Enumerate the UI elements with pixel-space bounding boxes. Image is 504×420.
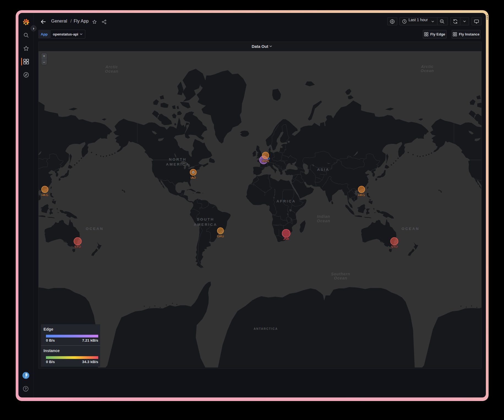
svg-text:Ocean: Ocean [334,276,347,280]
svg-text:Ocean: Ocean [105,69,118,73]
svg-text:ASIA: ASIA [317,168,329,172]
svg-text:?: ? [25,387,27,391]
svg-text:SOUTH: SOUTH [197,217,214,221]
svg-text:Arctic: Arctic [105,65,118,69]
svg-text:OCEAN: OCEAN [402,227,420,231]
svg-text:Southern: Southern [331,272,350,276]
svg-text:SYD: SYD [74,245,81,248]
svg-text:SYD: SYD [391,245,398,248]
svg-text:ANTARCTICA: ANTARCTICA [254,327,278,330]
svg-text:JNB: JNB [283,237,289,240]
svg-text:AMERICA: AMERICA [194,223,217,227]
svg-text:OCEAN: OCEAN [86,227,104,231]
svg-text:HKG: HKG [358,193,365,197]
svg-text:Ocean: Ocean [317,219,330,223]
svg-text:AMS: AMS [262,159,269,163]
svg-text:HKG: HKG [42,193,48,197]
svg-text:AMERICA: AMERICA [166,162,189,166]
svg-text:Indian: Indian [317,214,330,219]
svg-text:IAD: IAD [191,176,196,179]
svg-text:NORTH: NORTH [169,157,187,161]
svg-text:GRU: GRU [217,235,224,238]
svg-text:AFRICA: AFRICA [276,199,296,203]
svg-text:Ocean: Ocean [421,68,434,73]
svg-text:Arctic: Arctic [421,64,434,69]
